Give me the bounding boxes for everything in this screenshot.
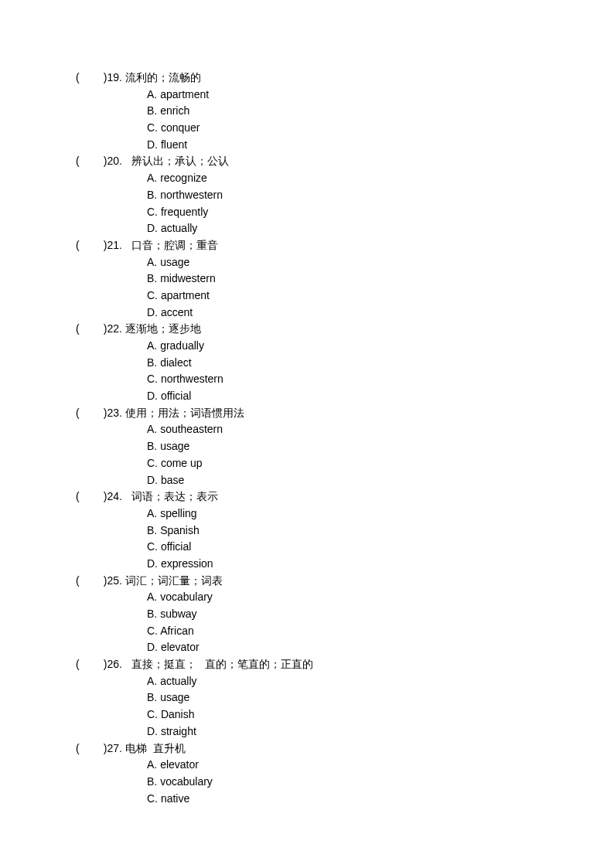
option-a[interactable]: A. gradually xyxy=(76,338,614,355)
option-text: apartment xyxy=(161,289,210,301)
option-a[interactable]: A. usage xyxy=(76,254,614,271)
option-a[interactable]: A. recognize xyxy=(76,170,614,187)
option-text: fluent xyxy=(161,138,187,151)
option-c[interactable]: C. African xyxy=(76,623,614,640)
question-prompt: 辨认出；承认；公认 xyxy=(125,155,229,167)
option-c[interactable]: C. official xyxy=(76,539,614,556)
option-a[interactable]: A. apartment xyxy=(76,87,614,104)
option-a[interactable]: A. vocabulary xyxy=(76,589,614,606)
option-text: come up xyxy=(161,457,203,469)
option-d[interactable]: D. accent xyxy=(76,305,614,322)
answer-blank[interactable] xyxy=(80,322,104,335)
option-c[interactable]: C. native xyxy=(76,791,614,808)
option-d[interactable]: D. elevator xyxy=(76,639,614,656)
option-c[interactable]: C. apartment xyxy=(76,288,614,305)
option-d[interactable]: D. base xyxy=(76,472,614,489)
option-text: expression xyxy=(161,557,213,570)
option-text: base xyxy=(161,474,184,486)
option-c[interactable]: C. northwestern xyxy=(76,371,614,388)
option-text: southeastern xyxy=(160,423,223,435)
option-d[interactable]: D. fluent xyxy=(76,137,614,154)
option-a[interactable]: A. southeastern xyxy=(76,421,614,438)
option-a[interactable]: A. actually xyxy=(76,673,614,690)
question-header: ( )19. 流利的；流畅的 xyxy=(76,70,614,87)
quiz-container: ( )19. 流利的；流畅的A. apartmentB. enrichC. co… xyxy=(76,70,614,807)
option-letter: A. xyxy=(147,423,160,435)
question-number: 23. xyxy=(107,407,125,419)
option-text: frequently xyxy=(161,206,208,218)
option-letter: B. xyxy=(147,608,160,620)
question-prompt: 使用；用法；词语惯用法 xyxy=(125,407,244,419)
question-25: ( )25. 词汇；词汇量；词表A. vocabularyB. subwayC.… xyxy=(76,573,614,656)
option-b[interactable]: B. midwestern xyxy=(76,271,614,288)
option-letter: C. xyxy=(147,457,161,469)
option-b[interactable]: B. Spanish xyxy=(76,523,614,540)
answer-blank[interactable] xyxy=(80,490,104,502)
option-b[interactable]: B. dialect xyxy=(76,355,614,372)
option-letter: B. xyxy=(147,356,160,369)
option-c[interactable]: C. conquer xyxy=(76,120,614,137)
option-text: dialect xyxy=(160,356,191,369)
option-letter: D. xyxy=(147,725,161,737)
option-b[interactable]: B. usage xyxy=(76,689,614,706)
option-text: recognize xyxy=(160,172,207,184)
option-text: enrich xyxy=(160,104,189,117)
option-text: vocabulary xyxy=(160,775,213,788)
option-letter: B. xyxy=(147,104,160,117)
option-d[interactable]: D. expression xyxy=(76,556,614,573)
option-text: elevator xyxy=(160,758,199,771)
question-prompt: 直接；挺直； 直的；笔直的；正直的 xyxy=(125,658,313,670)
option-letter: D. xyxy=(147,641,161,653)
option-b[interactable]: B. usage xyxy=(76,438,614,455)
option-b[interactable]: B. vocabulary xyxy=(76,774,614,791)
question-prompt: 逐渐地；逐步地 xyxy=(125,322,201,335)
option-d[interactable]: D. straight xyxy=(76,723,614,740)
option-letter: C. xyxy=(147,540,161,553)
option-text: official xyxy=(161,540,191,553)
question-header: ( )26. 直接；挺直； 直的；笔直的；正直的 xyxy=(76,656,614,673)
answer-blank[interactable] xyxy=(80,71,104,83)
option-text: Spanish xyxy=(160,524,200,536)
question-23: ( )23. 使用；用法；词语惯用法A. southeasternB. usag… xyxy=(76,405,614,488)
option-letter: C. xyxy=(147,121,161,134)
option-letter: D. xyxy=(147,474,161,486)
question-21: ( )21. 口音；腔调；重音A. usageB. midwesternC. a… xyxy=(76,237,614,321)
answer-blank[interactable] xyxy=(80,407,104,419)
option-letter: B. xyxy=(147,691,160,703)
option-letter: D. xyxy=(147,138,161,151)
question-header: ( )22. 逐渐地；逐步地 xyxy=(76,321,614,338)
option-letter: D. xyxy=(147,306,161,318)
option-d[interactable]: D. official xyxy=(76,388,614,405)
question-number: 19. xyxy=(107,71,125,83)
option-text: accent xyxy=(161,306,193,318)
answer-blank[interactable] xyxy=(80,155,104,167)
option-b[interactable]: B. enrich xyxy=(76,103,614,120)
answer-blank[interactable] xyxy=(80,239,104,251)
question-27: ( )27. 电梯 直升机A. elevatorB. vocabularyC. … xyxy=(76,740,614,808)
option-text: actually xyxy=(161,222,197,234)
answer-blank[interactable] xyxy=(80,742,104,754)
question-header: ( )20. 辨认出；承认；公认 xyxy=(76,153,614,170)
option-text: northwestern xyxy=(161,373,223,385)
option-text: spelling xyxy=(160,507,196,519)
answer-blank[interactable] xyxy=(80,658,104,670)
option-c[interactable]: C. come up xyxy=(76,455,614,472)
question-number: 20. xyxy=(107,155,125,167)
option-letter: C. xyxy=(147,625,160,637)
option-a[interactable]: A. spelling xyxy=(76,505,614,523)
question-number: 26. xyxy=(107,658,125,670)
question-24: ( )24. 词语；表达；表示A. spellingB. SpanishC. o… xyxy=(76,488,614,572)
option-d[interactable]: D. actually xyxy=(76,220,614,237)
option-c[interactable]: C. frequently xyxy=(76,204,614,221)
option-c[interactable]: C. Danish xyxy=(76,706,614,723)
question-number: 27. xyxy=(107,742,125,754)
option-a[interactable]: A. elevator xyxy=(76,757,614,774)
option-letter: C. xyxy=(147,206,161,218)
option-letter: A. xyxy=(147,591,160,603)
question-header: ( )24. 词语；表达；表示 xyxy=(76,488,614,505)
option-b[interactable]: B. northwestern xyxy=(76,187,614,204)
question-number: 25. xyxy=(107,574,125,587)
answer-blank[interactable] xyxy=(80,574,104,587)
option-letter: B. xyxy=(147,524,160,536)
option-b[interactable]: B. subway xyxy=(76,606,614,623)
